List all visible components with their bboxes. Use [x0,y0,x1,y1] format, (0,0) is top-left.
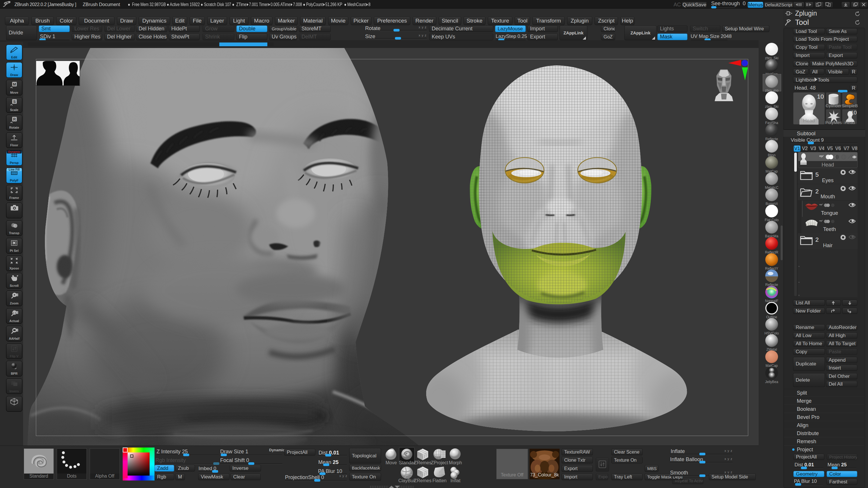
svg-text:S: S [13,99,16,104]
svg-text:M: M [13,82,16,87]
svg-text:1:1: 1:1 [13,312,17,314]
svg-text:R: R [13,117,16,122]
